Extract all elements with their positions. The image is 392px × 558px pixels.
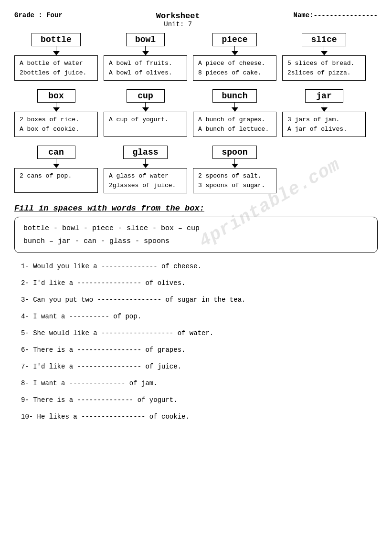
fill-title: Fill in spaces with words from the box: (14, 204, 378, 213)
desc-bunch: A bunch of grapes.A bunch of lettuce. (193, 112, 276, 137)
grade-label: Grade : Four (14, 11, 63, 19)
question-3: 3- Can you put two ---------------- of s… (21, 295, 378, 305)
question-1: 1- Would you like a -------------- of ch… (21, 262, 378, 272)
word-bowl: bowl (126, 33, 165, 46)
desc-jar: 3 jars of jam.A jar of olives. (282, 112, 366, 137)
word-piece: piece (212, 33, 256, 46)
question-4: 4- I want a ---------- of pop. (21, 312, 378, 322)
word-col-slice: slice 5 slices of bread.2slices of pizza… (282, 33, 366, 81)
word-bunch: bunch (212, 89, 256, 103)
word-glass: glass (123, 146, 167, 159)
desc-spoon: 2 spoons of salt.3 spoons of sugar. (193, 168, 276, 193)
arrow-slice (321, 46, 328, 55)
word-slice: slice (302, 33, 346, 46)
word-jar: jar (305, 89, 343, 103)
desc-box: 2 boxes of rice.A box of cookie. (14, 112, 98, 137)
question-10: 10- He likes a ---------------- of cooki… (21, 412, 378, 422)
desc-slice: 5 slices of bread.2slices of pizza. (282, 55, 366, 81)
word-col-bunch: bunch A bunch of grapes.A bunch of lettu… (193, 89, 276, 137)
question-8: 8- I want a -------------- of jam. (21, 379, 378, 389)
worksheet-title: Worksheet (156, 11, 200, 21)
word-spoon: spoon (212, 146, 256, 159)
word-can: can (37, 146, 75, 159)
desc-cup: A cup of yogurt. (104, 112, 187, 137)
word-bank-line1: bottle - bowl - piece - slice - box – cu… (23, 222, 369, 235)
question-2: 2- I'd like a ---------------- of olives… (21, 278, 378, 288)
word-col-jar: jar 3 jars of jam.A jar of olives. (282, 89, 366, 137)
arrow-cup (142, 103, 149, 112)
arrow-box (53, 103, 60, 112)
word-row-1: bottle A bottle of water2bottles of juic… (14, 33, 378, 81)
desc-can: 2 cans of pop. (14, 168, 98, 193)
word-col-glass: glass A glass of water2glasses of juice. (104, 146, 187, 193)
word-col-spoon: spoon 2 spoons of salt.3 spoons of sugar… (193, 146, 276, 193)
question-7: 7- I'd like a ---------------- of juice. (21, 362, 378, 372)
question-9: 9- There is a -------------- of yogurt. (21, 395, 378, 405)
question-5: 5- She would like a ------------------ o… (21, 328, 378, 338)
arrow-bottle (53, 46, 60, 55)
word-col-piece: piece A piece of cheese.8 pieces of cake… (193, 33, 276, 81)
arrow-piece (232, 46, 238, 55)
worksheet-header: Grade : Four Worksheet Unit: 7 Name:----… (14, 11, 378, 28)
arrow-glass (142, 159, 149, 168)
word-col-can: can 2 cans of pop. (14, 146, 98, 193)
arrow-bunch (232, 103, 238, 112)
word-row-2: box 2 boxes of rice.A box of cookie. cup… (14, 89, 378, 137)
words-section: bottle A bottle of water2bottles of juic… (14, 33, 378, 193)
worksheet-subtitle: Unit: 7 (156, 21, 200, 28)
word-col-cup: cup A cup of yogurt. (104, 89, 187, 137)
word-cup: cup (127, 89, 165, 103)
arrow-jar (321, 103, 328, 112)
word-bank-line2: bunch – jar - can - glass - spoons (23, 235, 369, 248)
desc-bowl: A bowl of fruits.A bowl of olives. (104, 55, 187, 81)
desc-glass: A glass of water2glasses of juice. (104, 168, 187, 193)
word-row-3: can 2 cans of pop. glass A glass of wate… (14, 146, 378, 193)
word-bank-box: bottle - bowl - piece - slice - box – cu… (14, 217, 378, 253)
name-label: Name:---------------- (294, 11, 378, 19)
arrow-bowl (142, 46, 149, 55)
word-col-bottle: bottle A bottle of water2bottles of juic… (14, 33, 98, 81)
question-6: 6- There is a ---------------- of grapes… (21, 345, 378, 355)
arrow-spoon (232, 159, 238, 168)
desc-piece: A piece of cheese.8 pieces of cake. (193, 55, 276, 81)
word-box: box (37, 89, 75, 103)
desc-bottle: A bottle of water2bottles of juice. (14, 55, 98, 81)
word-bottle: bottle (32, 33, 81, 46)
word-col-bowl: bowl A bowl of fruits.A bowl of olives. (104, 33, 187, 81)
word-col-box: box 2 boxes of rice.A box of cookie. (14, 89, 98, 137)
questions-list: 1- Would you like a -------------- of ch… (14, 262, 378, 422)
fill-section: Fill in spaces with words from the box: … (14, 204, 378, 422)
arrow-can (53, 159, 60, 168)
header-center: Worksheet Unit: 7 (156, 11, 200, 28)
